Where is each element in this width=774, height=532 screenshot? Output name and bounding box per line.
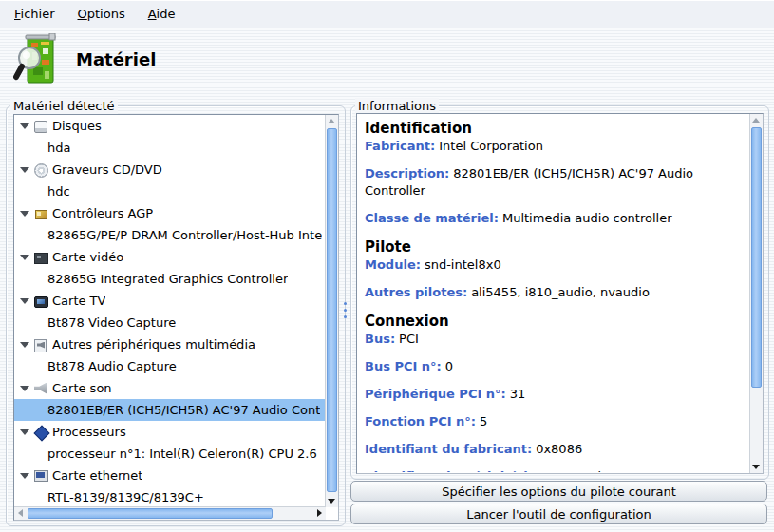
tree-device-row[interactable]: 82801EB/ER (ICH5/ICH5R) AC'97 Audio Cont: [14, 399, 326, 421]
tree-item-label: Bt878 Audio Capture: [47, 359, 177, 373]
expander-down-icon[interactable]: [20, 167, 29, 173]
specify-driver-options-button[interactable]: Spécifier les options du pilote courant: [350, 481, 767, 502]
info-field-label: Fonction PCI n°:: [365, 414, 476, 428]
info-field-value: 5: [480, 414, 487, 428]
info-content: IdentificationFabricant:Intel Corporatio…: [358, 115, 749, 472]
info-field-label: Classe de matériel:: [365, 211, 499, 225]
info-field: Fabricant:Intel Corporation: [365, 138, 746, 155]
detected-group-label: Matériel détecté: [10, 98, 118, 114]
info-field: Identifiant du périphérique:0x24d5: [365, 468, 746, 472]
scroll-right-icon[interactable]: [317, 509, 322, 517]
tree-device-row[interactable]: 82865G Integrated Graphics Controller: [14, 268, 326, 290]
tree-category-row[interactable]: Processeurs: [14, 421, 326, 443]
info-section-heading: Connexion: [365, 312, 746, 331]
info-vertical-scrollbar[interactable]: [749, 114, 763, 473]
device-tree-rows: DisqueshdaGraveurs CD/DVDhdcContrôleurs …: [14, 115, 326, 507]
tree-category-row[interactable]: Carte TV: [14, 290, 326, 312]
menu-aide[interactable]: Aide: [141, 7, 183, 21]
expander-down-icon[interactable]: [20, 429, 29, 435]
tree-vscroll-thumb[interactable]: [327, 128, 337, 492]
expander-down-icon[interactable]: [20, 298, 29, 304]
informations-group-label: Informations: [355, 98, 439, 114]
info-field-value: 31: [510, 387, 526, 401]
tree-item-label: RTL-8139/8139C/8139C+: [47, 490, 204, 504]
expander-down-icon[interactable]: [20, 124, 29, 129]
info-field-value: PCI: [399, 332, 419, 346]
expander-down-icon[interactable]: [20, 386, 29, 391]
info-field-label: Périphérique PCI n°:: [365, 387, 506, 401]
menu-bar: Fichier Options Aide: [0, 0, 774, 28]
info-field: Périphérique PCI n°:31: [365, 386, 746, 403]
expander-down-icon[interactable]: [20, 342, 29, 348]
tree-item-label: hdc: [47, 184, 70, 199]
expander-down-icon[interactable]: [20, 255, 29, 260]
tree-device-row[interactable]: processeur n°1: Intel(R) Celeron(R) CPU …: [14, 443, 326, 465]
info-field-label: Identifiant du périphérique:: [365, 469, 558, 472]
expander-down-icon[interactable]: [20, 211, 29, 217]
tree-category-row[interactable]: Graveurs CD/DVD: [14, 159, 326, 180]
scroll-up-icon[interactable]: [328, 119, 335, 124]
tree-category-row[interactable]: Autres périphériques multimédia: [14, 333, 326, 355]
info-section-heading: Pilote: [365, 238, 746, 256]
tree-device-row[interactable]: hdc: [14, 180, 326, 202]
scroll-down-icon[interactable]: [328, 499, 335, 504]
tree-item-label: Autres périphériques multimédia: [52, 337, 255, 352]
ethernet-icon: [33, 468, 48, 484]
scroll-left-icon[interactable]: [18, 509, 23, 517]
info-field: Bus PCI n°:0: [365, 358, 746, 375]
menu-fichier[interactable]: Fichier: [7, 7, 63, 21]
tree-device-row[interactable]: hda: [14, 137, 326, 159]
detected-hardware-panel: Matériel détecté DisqueshdaGraveurs CD/D…: [6, 105, 346, 526]
tree-category-row[interactable]: Disques: [14, 115, 326, 137]
tree-device-row[interactable]: Bt878 Video Capture: [14, 312, 326, 333]
info-section-heading: Identification: [365, 119, 746, 138]
tree-vertical-scrollbar[interactable]: [325, 115, 338, 507]
info-field-label: Identifiant du fabricant:: [365, 442, 532, 456]
tree-category-row[interactable]: Carte vidéo: [14, 246, 326, 268]
tree-category-row[interactable]: Contrôleurs AGP: [14, 202, 326, 224]
tree-horizontal-scrollbar[interactable]: [14, 506, 326, 520]
info-field-label: Bus:: [365, 332, 395, 346]
run-config-tool-button[interactable]: Lancer l'outil de configuration: [350, 504, 767, 524]
info-field-label: Fabricant:: [365, 139, 435, 153]
cdrom-icon: [33, 162, 48, 178]
info-field-label: Module:: [365, 257, 421, 272]
info-field-value: ali5455, i810_audio, nvaudio: [471, 285, 650, 299]
info-field: Autres pilotes:ali5455, i810_audio, nvau…: [365, 284, 746, 301]
tree-item-label: Carte son: [52, 381, 112, 395]
tree-category-row[interactable]: Carte ethernet: [14, 465, 326, 486]
scrollbar-corner: [326, 507, 338, 520]
tree-item-label: Processeurs: [52, 425, 126, 439]
tree-item-label: Graveurs CD/DVD: [52, 162, 162, 177]
info-field-value: 0x24d5: [562, 469, 609, 472]
expander-down-icon[interactable]: [20, 473, 29, 479]
info-vscroll-thumb[interactable]: [751, 127, 762, 388]
scroll-down-icon[interactable]: [752, 465, 760, 469]
tree-device-row[interactable]: RTL-8139/8139C/8139C+: [14, 486, 326, 507]
panel-splitter-handle[interactable]: [344, 302, 348, 323]
cpu-icon: [33, 425, 48, 440]
info-field: Fonction PCI n°:5: [365, 413, 746, 430]
info-field-label: Autres pilotes:: [365, 285, 467, 299]
agp-icon: [33, 206, 48, 221]
tree-category-row[interactable]: Carte son: [14, 377, 326, 399]
menu-options[interactable]: Options: [70, 7, 133, 21]
info-field: Bus:PCI: [365, 331, 746, 348]
informations-panel: Informations IdentificationFabricant:Int…: [350, 105, 769, 480]
scroll-up-icon[interactable]: [752, 118, 760, 123]
tree-item-label: Carte TV: [52, 294, 105, 308]
info-field: Description:82801EB/ER (ICH5/ICH5R) AC'9…: [365, 165, 746, 200]
info-field-label: Bus PCI n°:: [365, 359, 442, 373]
tree-item-label: 82865G Integrated Graphics Controller: [47, 272, 288, 286]
info-field-value: snd-intel8x0: [425, 257, 501, 272]
tv-card-icon: [33, 294, 48, 309]
info-field: Module:snd-intel8x0: [365, 256, 746, 274]
video-card-icon: [33, 250, 48, 265]
info-field-value: Multimedia audio controller: [502, 211, 672, 225]
tree-hscroll-thumb[interactable]: [28, 508, 273, 519]
info-field-value: 0: [445, 359, 453, 373]
disk-icon: [33, 119, 48, 134]
tree-device-row[interactable]: Bt878 Audio Capture: [14, 355, 326, 377]
tree-device-row[interactable]: 82865G/PE/P DRAM Controller/Host-Hub Int…: [14, 224, 326, 246]
tree-item-label: processeur n°1: Intel(R) Celeron(R) CPU …: [47, 446, 317, 461]
